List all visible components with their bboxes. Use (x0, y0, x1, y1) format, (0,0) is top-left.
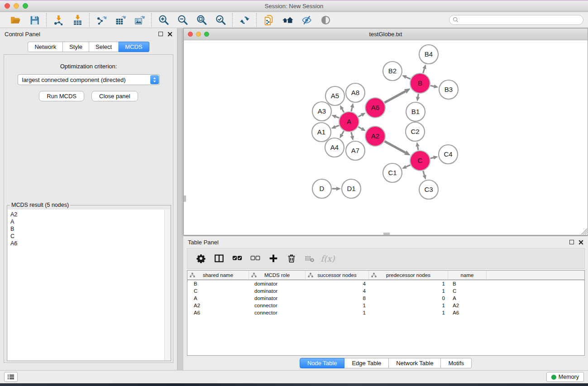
table-cell[interactable]: C (448, 287, 487, 295)
edge-A-A7[interactable] (351, 132, 352, 136)
graph-node-B3[interactable]: B3 (439, 80, 458, 99)
minimize-window-button[interactable] (14, 3, 19, 9)
edge-C-C4[interactable] (430, 157, 434, 158)
result-list-scrollbar[interactable] (164, 210, 170, 360)
network-minimize-button[interactable] (196, 32, 201, 37)
column-header-name[interactable]: name (448, 271, 487, 280)
table-cell[interactable]: A2 (448, 302, 487, 309)
table-row[interactable]: Adominator80A (187, 295, 584, 302)
edge-A-A4[interactable] (342, 131, 344, 134)
edge-A-A8[interactable] (351, 107, 352, 111)
tab-network-table[interactable]: Network Table (389, 358, 441, 368)
graph-node-C4[interactable]: C4 (439, 145, 458, 164)
table-cell[interactable]: dominator (249, 287, 306, 295)
graph-node-A6[interactable]: A6 (365, 98, 385, 118)
edge-A-A2[interactable] (359, 127, 362, 129)
table-cell[interactable]: A6 (187, 309, 249, 316)
close-panel-icon[interactable] (167, 32, 172, 37)
edge-A6-B[interactable] (385, 91, 406, 103)
import-table-icon[interactable] (71, 14, 84, 26)
edge-A-A6[interactable] (359, 115, 362, 117)
edge-B-B1[interactable] (418, 94, 418, 97)
table-row[interactable]: A6connector11A6 (187, 309, 584, 316)
graph-node-D1[interactable]: D1 (342, 179, 361, 198)
table-cell[interactable]: dominator (249, 295, 306, 302)
mcds-result-item[interactable]: A (8, 218, 170, 225)
table-row[interactable]: Bdominator41B (187, 280, 584, 287)
tab-node-table[interactable]: Node Table (300, 358, 345, 368)
table-cell[interactable]: 0 (369, 295, 448, 302)
edge-B-B2[interactable] (406, 77, 410, 79)
network-zoom-button[interactable] (204, 32, 209, 37)
table-cell[interactable]: 4 (306, 287, 369, 295)
network-graph[interactable]: B4B2BB3B1A5A8A6A3AA1A4A7A2C2CC4C1C3DD1 (184, 40, 588, 235)
tab-select[interactable]: Select (89, 42, 119, 52)
close-table-panel-icon[interactable] (578, 240, 583, 245)
column-header-predecessor-nodes[interactable]: predecessor nodes (369, 271, 448, 280)
save-session-icon[interactable] (28, 14, 41, 26)
column-header-shared-name[interactable]: shared name (187, 271, 249, 280)
refresh-icon[interactable] (238, 14, 251, 26)
table-cell[interactable]: 8 (306, 295, 369, 302)
zoom-window-button[interactable] (23, 3, 28, 9)
table-cell[interactable]: A (448, 295, 487, 302)
tab-edge-table[interactable]: Edge Table (344, 358, 389, 368)
table-cell[interactable]: B (448, 280, 487, 287)
graph-node-C1[interactable]: C1 (383, 163, 402, 182)
table-cell[interactable]: B (187, 280, 249, 287)
edge-C-C2[interactable] (418, 147, 418, 150)
network-close-button[interactable] (188, 32, 193, 37)
table-cell[interactable]: C (187, 287, 249, 295)
graph-node-B[interactable]: B (410, 73, 430, 93)
first-neighbors-icon[interactable] (281, 14, 294, 26)
edge-A2-C[interactable] (385, 141, 406, 152)
mcds-result-item[interactable]: A6 (8, 240, 170, 247)
edge-A-A1[interactable] (335, 125, 339, 127)
graph-node-A7[interactable]: A7 (346, 141, 365, 160)
export-image-icon[interactable] (133, 14, 146, 26)
run-mcds-button[interactable]: Run MCDS (39, 91, 84, 101)
float-table-panel-icon[interactable] (569, 240, 574, 244)
hide-selected-icon[interactable] (300, 14, 313, 26)
close-window-button[interactable] (5, 3, 10, 9)
export-table-icon[interactable] (114, 14, 127, 26)
zoom-out-icon[interactable] (176, 14, 189, 26)
toggle-panel-split-icon[interactable] (211, 251, 227, 266)
table-cell[interactable]: 1 (369, 287, 448, 295)
graph-node-B1[interactable]: B1 (406, 102, 425, 121)
tab-network[interactable]: Network (28, 42, 63, 52)
tab-mcds[interactable]: MCDS (119, 42, 149, 52)
edge-C-C1[interactable] (406, 165, 410, 167)
float-panel-icon[interactable] (158, 32, 163, 36)
export-network-icon[interactable] (95, 14, 108, 26)
canvas-hscroll-thumb[interactable] (383, 233, 390, 235)
close-panel-button[interactable]: Close panel (91, 91, 138, 101)
graph-node-A[interactable]: A (339, 112, 359, 132)
table-row[interactable]: A2connector11A2 (187, 302, 584, 309)
graph-node-C[interactable]: C (410, 151, 430, 171)
new-network-from-selection-icon[interactable] (262, 14, 275, 26)
select-all-rows-icon[interactable] (229, 251, 245, 266)
edge-B-B4[interactable] (423, 69, 425, 73)
import-network-icon[interactable] (52, 14, 65, 26)
deselect-all-rows-icon[interactable] (247, 251, 263, 266)
table-cell[interactable]: connector (249, 309, 306, 316)
table-cell[interactable]: 4 (306, 280, 369, 287)
tab-style[interactable]: Style (63, 42, 89, 52)
graph-node-D[interactable]: D (312, 179, 331, 198)
table-cell[interactable]: A6 (448, 309, 487, 316)
delete-column-icon[interactable] (283, 251, 300, 266)
edge-C-C3[interactable] (423, 171, 425, 176)
graph-node-B2[interactable]: B2 (383, 62, 402, 81)
column-header-successor-nodes[interactable]: successor nodes (306, 271, 369, 280)
edge-A-A3[interactable] (336, 117, 339, 118)
table-cell[interactable]: 1 (306, 309, 369, 316)
column-header-MCDS-role[interactable]: MCDS role (249, 271, 306, 280)
table-cell[interactable]: 1 (369, 280, 448, 287)
table-cell[interactable]: A (187, 295, 249, 302)
graph-node-A2[interactable]: A2 (365, 126, 385, 146)
graph-node-B4[interactable]: B4 (419, 45, 438, 64)
zoom-fit-icon[interactable] (195, 14, 208, 26)
table-settings-icon[interactable] (193, 251, 209, 266)
open-file-icon[interactable] (9, 14, 22, 26)
